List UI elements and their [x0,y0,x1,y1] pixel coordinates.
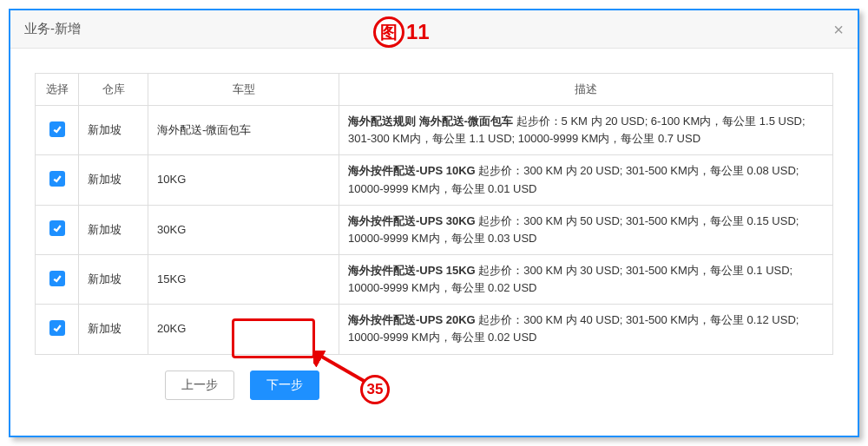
table-row: 新加坡10KG海外按件配送-UPS 10KG 起步价：300 KM 内 20 U… [36,155,833,205]
col-select: 选择 [36,74,79,106]
cell-desc: 海外按件配送-UPS 30KG 起步价：300 KM 内 50 USD; 301… [339,205,833,254]
dialog-title: 业务-新增 [24,21,81,37]
table-row: 新加坡30KG海外按件配送-UPS 30KG 起步价：300 KM 内 50 U… [36,205,833,254]
col-warehouse: 仓库 [79,74,148,106]
next-button[interactable]: 下一步 [250,371,319,400]
cell-vehicle: 10KG [148,155,339,205]
table-header-row: 选择 仓库 车型 描述 [36,74,833,106]
row-checkbox[interactable] [49,171,65,187]
prev-button[interactable]: 上一步 [165,371,234,400]
dialog-frame: 业务-新增 × 选择 仓库 车型 描述 新加坡海外配送-微面包车海外配送规则 海… [9,9,859,437]
cell-warehouse: 新加坡 [79,205,148,254]
row-checkbox[interactable] [49,271,65,286]
table-row: 新加坡15KG海外按件配送-UPS 15KG 起步价：300 KM 内 30 U… [36,254,833,304]
col-vehicle: 车型 [148,74,339,106]
col-desc: 描述 [339,74,833,106]
cell-warehouse: 新加坡 [79,106,148,155]
table-row: 新加坡海外配送-微面包车海外配送规则 海外配送-微面包车 起步价：5 KM 内 … [36,106,833,155]
row-checkbox[interactable] [49,121,65,137]
cell-vehicle: 15KG [148,254,339,304]
cell-desc: 海外按件配送-UPS 10KG 起步价：300 KM 内 20 USD; 301… [339,155,833,205]
table-row: 新加坡20KG海外按件配送-UPS 20KG 起步价：300 KM 内 40 U… [36,305,833,354]
row-checkbox[interactable] [49,220,65,236]
close-icon[interactable]: × [833,21,844,38]
cell-vehicle: 20KG [148,305,339,354]
options-table: 选择 仓库 车型 描述 新加坡海外配送-微面包车海外配送规则 海外配送-微面包车… [35,73,833,355]
cell-warehouse: 新加坡 [79,254,148,304]
cell-vehicle: 海外配送-微面包车 [148,106,339,155]
row-checkbox[interactable] [49,320,65,336]
cell-desc: 海外按件配送-UPS 15KG 起步价：300 KM 内 30 USD; 301… [339,254,833,304]
dialog-body: 选择 仓库 车型 描述 新加坡海外配送-微面包车海外配送规则 海外配送-微面包车… [10,49,858,409]
dialog-header: 业务-新增 × [10,10,858,49]
button-row: 上一步 下一步 [35,371,833,400]
cell-vehicle: 30KG [148,205,339,254]
cell-desc: 海外按件配送-UPS 20KG 起步价：300 KM 内 40 USD; 301… [339,305,833,354]
cell-warehouse: 新加坡 [79,305,148,354]
cell-desc: 海外配送规则 海外配送-微面包车 起步价：5 KM 内 20 USD; 6-10… [339,106,833,155]
cell-warehouse: 新加坡 [79,155,148,205]
